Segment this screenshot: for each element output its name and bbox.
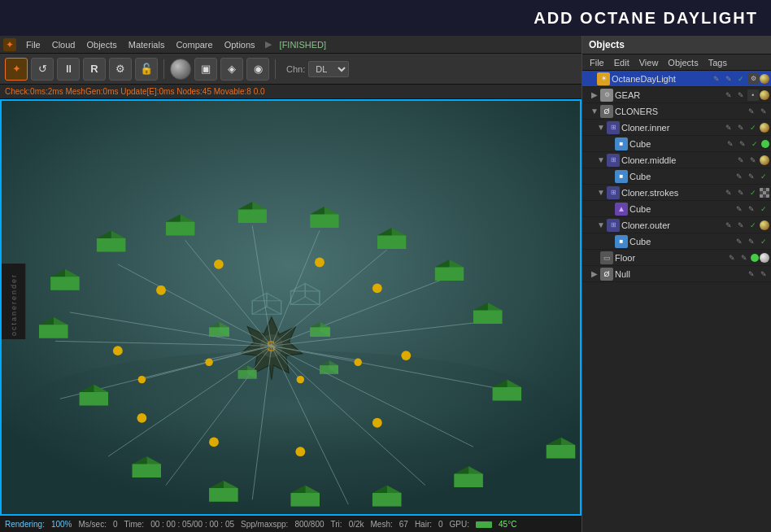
vis-ctrl[interactable]: ✎ [735, 122, 747, 133]
edit-ctrl[interactable]: ✎ [734, 171, 745, 182]
obj-row-cube-3[interactable]: ▲ Cube ✎ ✎ ✓ [582, 201, 771, 217]
obj-row-floor[interactable]: ▭ Floor ✎ ✎ [582, 250, 771, 266]
menu-objects[interactable]: Objects [81, 38, 121, 51]
viewport[interactable]: $ [0, 99, 582, 516]
obj-row-cube-4[interactable]: ■ Cube ✎ ✎ ✓ [582, 233, 771, 250]
check-ctrl[interactable]: ✓ [749, 138, 760, 150]
menu-options[interactable]: Options [220, 38, 260, 51]
obj-menu-file[interactable]: File [586, 57, 608, 68]
menu-compare[interactable]: Compare [171, 38, 217, 51]
obj-row-cloners[interactable]: ▼ Ø CLONERS ✎ ✎ [582, 103, 771, 120]
tag-orange-sphere-middle[interactable] [760, 155, 769, 165]
edit-ctrl[interactable]: ✎ [735, 155, 747, 166]
edit-ctrl[interactable]: ✎ [725, 138, 736, 150]
menu-file[interactable]: File [21, 38, 46, 51]
obj-controls-cube-2: ✎ ✎ ✓ [734, 171, 769, 182]
obj-row-null[interactable]: ▶ Ø Null ✎ ✎ [582, 266, 771, 282]
edit-ctrl[interactable]: ✎ [711, 73, 722, 85]
obj-row-gear[interactable]: ▶ ⚙ GEAR ✎ ✎ ▪ [582, 87, 771, 103]
svg-marker-95 [310, 327, 330, 337]
edit-ctrl[interactable]: ✎ [734, 236, 745, 247]
vis-ctrl[interactable]: ✎ [746, 236, 757, 247]
tag-checker[interactable] [760, 188, 769, 198]
svg-point-32 [209, 437, 219, 447]
edit-ctrl[interactable]: ✎ [746, 268, 757, 280]
tag-dark1[interactable]: ▪ [747, 89, 759, 101]
obj-row-cloner-strokes[interactable]: ▼ ⊞ Cloner.strokes ✎ ✎ ✓ [582, 185, 771, 201]
render-btn[interactable]: R [83, 58, 106, 81]
status-dot-green [761, 140, 769, 148]
obj-name-null: Null [615, 269, 746, 279]
tag-orange-sphere-inner[interactable] [760, 123, 769, 133]
check-ctrl[interactable]: ✓ [735, 73, 747, 85]
check-ctrl[interactable]: ✓ [758, 236, 769, 247]
sphere-preview-btn[interactable] [170, 59, 191, 80]
mesh-value: 67 [399, 520, 408, 529]
obj-row-cloner-inner[interactable]: ▼ ⊞ Cloner.inner ✎ ✎ ✓ [582, 120, 771, 136]
camera-btn[interactable]: ◉ [246, 58, 269, 81]
edit-ctrl[interactable]: ✎ [723, 220, 734, 231]
obj-row-cloner-outer[interactable]: ▼ ⊞ Cloner.outer ✎ ✎ ✓ [582, 217, 771, 233]
logo-btn[interactable]: ✦ [5, 58, 28, 81]
top-banner: ADD OCTANE DAYLIGHT [0, 0, 771, 36]
vis-ctrl[interactable]: ✎ [735, 187, 747, 198]
obj-name-cloner-strokes: Cloner.strokes [621, 188, 723, 198]
menu-materials[interactable]: Materials [124, 38, 170, 51]
vis-ctrl[interactable]: ✎ [758, 106, 769, 117]
vis-ctrl[interactable]: ✎ [723, 73, 734, 85]
vis-ctrl[interactable]: ✎ [758, 268, 769, 280]
edit-ctrl[interactable]: ✎ [726, 252, 738, 264]
check-ctrl[interactable]: ✓ [758, 203, 769, 215]
vis-ctrl[interactable]: ✎ [747, 155, 759, 166]
svg-marker-50 [238, 209, 267, 223]
render-status: [FINISHED] [277, 38, 329, 51]
vis-ctrl[interactable]: ✎ [746, 203, 757, 215]
obj-row-cube-1[interactable]: ■ Cube ✎ ✎ ✓ [582, 136, 771, 152]
tag-orange-sphere-gear[interactable] [760, 90, 769, 100]
refresh-btn[interactable]: ↺ [31, 58, 54, 81]
check-ctrl[interactable]: ✓ [747, 122, 759, 133]
check-ctrl[interactable]: ✓ [747, 220, 759, 231]
vis-ctrl[interactable]: ✎ [737, 138, 748, 150]
expand-icon: ▶ [590, 269, 599, 278]
obj-menu-view[interactable]: View [635, 57, 663, 68]
vis-ctrl[interactable]: ✎ [735, 89, 747, 101]
frame-btn[interactable]: ▣ [194, 58, 217, 81]
lock-btn[interactable]: 🔓 [135, 58, 158, 81]
spp-label: Spp/maxspp: [241, 520, 288, 529]
edit-ctrl[interactable]: ✎ [734, 203, 745, 215]
tag-white-sphere[interactable] [760, 253, 769, 263]
pin-btn[interactable]: ◈ [220, 58, 243, 81]
tag-gear[interactable]: ⚙ [747, 73, 759, 85]
svg-point-29 [401, 351, 411, 360]
menu-cloud[interactable]: Cloud [47, 38, 81, 51]
svg-marker-47 [166, 222, 194, 236]
edit-ctrl[interactable]: ✎ [723, 89, 734, 101]
tag-sphere[interactable] [760, 74, 769, 84]
pause-btn[interactable]: ⏸ [57, 58, 80, 81]
svg-marker-86 [80, 392, 108, 406]
settings-btn[interactable]: ⚙ [109, 58, 132, 81]
obj-row-cube-2[interactable]: ■ Cube ✎ ✎ ✓ [582, 168, 771, 185]
edit-ctrl[interactable]: ✎ [746, 106, 757, 117]
vis-ctrl[interactable]: ✎ [735, 220, 747, 231]
vis-ctrl[interactable]: ✎ [746, 171, 757, 182]
expand-icon: ▶ [590, 90, 599, 99]
channel-select[interactable]: DL Beauty Diffuse Specular [308, 61, 349, 77]
tag-orange-sphere-outer[interactable] [760, 220, 769, 230]
obj-row-cloner-middle[interactable]: ▼ ⊞ Cloner.middle ✎ ✎ [582, 152, 771, 168]
edit-ctrl[interactable]: ✎ [723, 187, 734, 198]
check-ctrl[interactable]: ✓ [758, 171, 769, 182]
svg-marker-89 [39, 325, 68, 338]
obj-menu-objects[interactable]: Objects [664, 57, 702, 68]
obj-menu-tags[interactable]: Tags [704, 57, 731, 68]
obj-controls-null: ✎ ✎ [746, 268, 769, 280]
edit-ctrl[interactable]: ✎ [723, 122, 734, 133]
obj-row-octane-daylight[interactable]: ☀ OctaneDayLight ✎ ✎ ✓ ⚙ [582, 71, 771, 87]
check-ctrl[interactable]: ✓ [747, 187, 759, 198]
obj-name-cube-2: Cube [629, 172, 734, 181]
vis-ctrl[interactable]: ✎ [738, 252, 750, 264]
svg-point-37 [205, 359, 212, 366]
expand-icon: ▼ [597, 188, 605, 197]
obj-menu-edit[interactable]: Edit [610, 57, 634, 68]
